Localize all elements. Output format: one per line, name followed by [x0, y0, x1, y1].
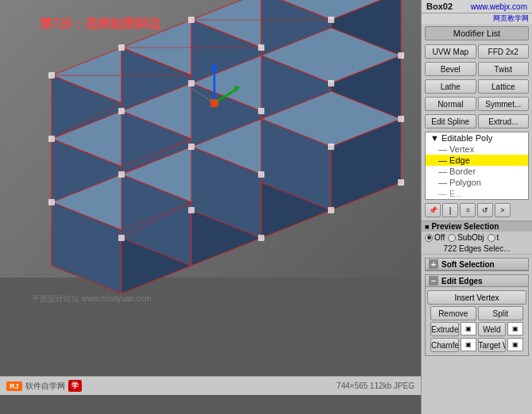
modifier-edge[interactable]: — Edge: [426, 155, 528, 166]
radio-subobj[interactable]: SubObj: [448, 233, 484, 242]
website-label: 网页教学网: [422, 13, 532, 24]
edit-edges-minus-icon: −: [429, 276, 438, 286]
scene-svg: 第7步：选择如图斜边 平面设计论坛 www.missyuan.com: [0, 0, 421, 395]
svg-rect-58: [188, 17, 195, 23]
svg-rect-65: [188, 144, 195, 150]
svg-rect-68: [188, 207, 195, 213]
radio-t[interactable]: t: [488, 233, 499, 242]
bevel-button[interactable]: Bevel: [425, 62, 476, 76]
edit-edges-header[interactable]: − Edit Edges: [426, 275, 528, 287]
logo-text: 软件自学网: [25, 381, 65, 392]
radio-t-circle: [488, 234, 495, 242]
split-button[interactable]: Split: [478, 306, 524, 320]
radio-subobj-circle: [448, 234, 456, 242]
viewport[interactable]: 第7步：选择如图斜边 平面设计论坛 www.missyuan.com RJ 软件…: [0, 0, 421, 395]
svg-rect-61: [48, 72, 55, 79]
extrude-weld-row: Extrude ▣ Weld ▣: [430, 322, 523, 336]
website-link: www.webjx.com: [471, 2, 527, 11]
svg-rect-59: [118, 108, 125, 114]
chamfer-spinner[interactable]: ▣: [461, 338, 476, 351]
button-row-4: Normal Symmet...: [425, 97, 529, 111]
svg-text:平面设计论坛 www.missyuan.com: 平面设计论坛 www.missyuan.com: [32, 294, 152, 303]
svg-rect-62: [258, 44, 264, 51]
chamfer-button[interactable]: Chamfer: [430, 338, 459, 352]
radio-subobj-label: SubObj: [457, 233, 484, 242]
edit-edges-content: Insert Vertex Remove Split Extrude ▣ Wel…: [426, 287, 528, 355]
uvw-map-button[interactable]: UVW Map: [425, 44, 476, 59]
symmetry-button[interactable]: Symmet...: [478, 97, 530, 111]
options-icon[interactable]: |: [442, 203, 458, 217]
svg-rect-75: [328, 207, 334, 213]
right-panel: Box02 www.webjx.com 网页教学网 Modifier List …: [421, 0, 532, 414]
soft-plus-icon: +: [429, 259, 438, 269]
collapse-icon: ■: [425, 223, 429, 231]
button-row-2: Bevel Twist: [425, 62, 529, 76]
ffd-button[interactable]: FFD 2x2: [478, 44, 530, 59]
chamfer-targetw-row: Chamfer ▣ Target W... ▣: [430, 338, 523, 352]
edit-edges-section: − Edit Edges Insert Vertex Remove Split …: [425, 274, 529, 356]
targetw-spinner[interactable]: ▣: [507, 338, 523, 351]
reset-icon[interactable]: ↺: [477, 203, 493, 217]
soft-selection-section: + Soft Selection: [425, 258, 529, 271]
logo-badge-rj: RJ: [6, 381, 22, 391]
weld-button[interactable]: Weld: [478, 322, 507, 336]
svg-rect-77: [398, 116, 404, 122]
radio-off-label: Off: [434, 233, 445, 242]
extrude-spinner[interactable]: ▣: [461, 322, 476, 335]
button-row-3: Lathe Lattice: [425, 79, 529, 94]
svg-rect-67: [118, 235, 125, 241]
svg-rect-60: [188, 80, 195, 86]
modifier-editable-poly[interactable]: ▼ Editable Poly: [426, 132, 528, 144]
modifier-vertex[interactable]: — Vertex: [426, 144, 528, 155]
preview-selection-label: ■ Preview Selection: [422, 221, 532, 232]
soft-selection-header[interactable]: + Soft Selection: [426, 259, 528, 270]
edges-count: 722 Edges Selec...: [422, 243, 532, 254]
tool-icons-row: 📌 | ⌗ ↺ >: [425, 203, 529, 217]
remove-split-row: Remove Split: [430, 306, 523, 320]
logo-badge-learn: 学: [68, 380, 82, 392]
target-w-button[interactable]: Target W...: [478, 338, 507, 352]
graph-icon[interactable]: ⌗: [460, 203, 476, 217]
preview-selection-text: Preview Selection: [431, 222, 499, 231]
file-info: 744×565 112kb JPEG: [337, 381, 414, 390]
preview-selection-section: ■ Preview Selection Off SubObj t 722 Edg…: [422, 220, 532, 255]
twist-button[interactable]: Twist: [478, 62, 530, 76]
modifier-list-label: Modifier List: [425, 26, 529, 40]
pin-icon[interactable]: 📌: [425, 203, 441, 217]
modifier-element[interactable]: — E...: [426, 188, 528, 199]
svg-rect-57: [118, 44, 125, 51]
svg-rect-69: [48, 199, 55, 205]
svg-rect-73: [328, 144, 334, 150]
edit-edges-label: Edit Edges: [441, 277, 483, 286]
modifier-polygon[interactable]: — Polygon: [426, 177, 528, 188]
extrude-button[interactable]: Extrud...: [478, 114, 530, 128]
button-row-1: UVW Map FFD 2x2: [425, 44, 529, 59]
svg-rect-76: [398, 52, 404, 59]
step-label: 第7步：选择如图斜边: [40, 17, 162, 30]
lattice-button[interactable]: Lattice: [478, 79, 530, 94]
radio-row: Off SubObj t: [422, 232, 532, 243]
panel-title: Box02 www.webjx.com: [422, 0, 532, 13]
info-bar: RJ 软件自学网 学 744×565 112kb JPEG: [0, 376, 421, 395]
svg-rect-63: [328, 17, 334, 23]
normal-button[interactable]: Normal: [425, 97, 476, 111]
weld-spinner[interactable]: ▣: [507, 322, 523, 335]
svg-rect-70: [258, 108, 264, 114]
edit-spline-button[interactable]: Edit Spline: [425, 114, 476, 128]
svg-rect-72: [258, 171, 264, 178]
extrude-edge-button[interactable]: Extrude: [430, 322, 459, 336]
button-row-5: Edit Spline Extrud...: [425, 114, 529, 128]
svg-rect-78: [398, 179, 404, 186]
svg-rect-74: [258, 235, 264, 241]
lathe-button[interactable]: Lathe: [425, 79, 476, 94]
svg-rect-66: [48, 136, 55, 142]
modifier-border[interactable]: — Border: [426, 166, 528, 177]
svg-rect-64: [118, 171, 125, 178]
insert-vertex-button[interactable]: Insert Vertex: [427, 290, 526, 305]
radio-off-circle: [425, 234, 433, 242]
chevron-right-icon[interactable]: >: [495, 203, 511, 217]
radio-off[interactable]: Off: [425, 233, 445, 242]
svg-rect-71: [328, 80, 334, 86]
remove-button[interactable]: Remove: [430, 306, 476, 320]
radio-t-label: t: [497, 233, 499, 242]
